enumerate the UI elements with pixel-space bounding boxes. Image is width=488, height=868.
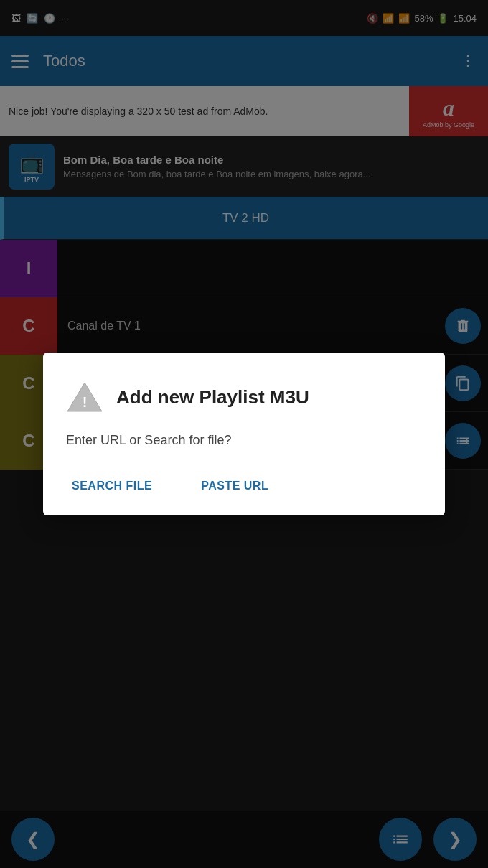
dialog-title: Add new Playlist M3U xyxy=(116,386,309,409)
dialog-message: Enter URL or Search for file? xyxy=(66,433,422,448)
search-file-button[interactable]: SEARCH FILE xyxy=(69,474,155,498)
dialog: ! Add new Playlist M3U Enter URL or Sear… xyxy=(43,353,445,515)
dialog-buttons: SEARCH FILE PASTE URL xyxy=(66,474,422,498)
warning-icon: ! xyxy=(66,378,103,416)
svg-text:!: ! xyxy=(83,394,88,410)
dialog-overlay: ! Add new Playlist M3U Enter URL or Sear… xyxy=(0,0,488,868)
dialog-header: ! Add new Playlist M3U xyxy=(66,378,422,416)
paste-url-button[interactable]: PASTE URL xyxy=(198,474,271,498)
